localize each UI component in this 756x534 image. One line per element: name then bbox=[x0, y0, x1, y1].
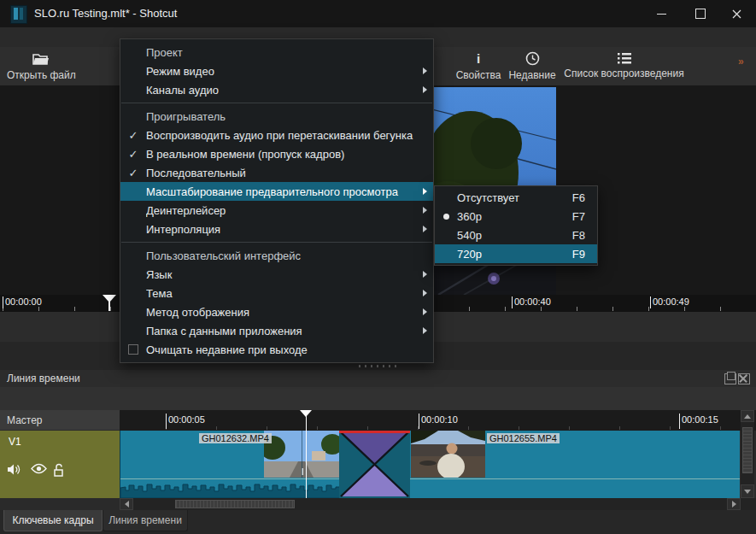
checkbox-unchecked-icon bbox=[128, 344, 138, 355]
check-icon: ✓ bbox=[120, 129, 146, 142]
submenu-arrow-icon bbox=[423, 226, 427, 232]
menu-separator bbox=[121, 103, 432, 103]
menu-item-deinterlacer[interactable]: Деинтерлейсер bbox=[120, 201, 433, 220]
transition-clip[interactable] bbox=[339, 431, 410, 498]
submenu-arrow-icon bbox=[423, 67, 427, 74]
menu-item-audio-channels[interactable]: Каналы аудио bbox=[120, 80, 433, 99]
check-icon: ✓ bbox=[120, 167, 146, 179]
hide-button[interactable] bbox=[31, 463, 48, 478]
properties-button[interactable]: i Свойства bbox=[448, 51, 508, 81]
track-name: V1 bbox=[9, 436, 21, 448]
timeline-ruler[interactable]: 00:00:05 00:00:10 00:00:15 bbox=[120, 410, 756, 431]
submenu-arrow-icon bbox=[423, 271, 427, 278]
ruler-label: 00:00:49 bbox=[653, 296, 689, 307]
timeline-panel-title: Линия времени bbox=[7, 373, 80, 384]
radio-selected-icon bbox=[443, 214, 449, 220]
clip-gh012655[interactable]: GH012655.MP4 bbox=[410, 431, 740, 498]
lock-open-icon bbox=[53, 463, 66, 477]
track-header-v1[interactable]: V1 bbox=[0, 431, 120, 498]
clip-label: GH012655.MP4 bbox=[487, 433, 560, 443]
maximize-button[interactable] bbox=[681, 0, 719, 27]
clip-label: GH012632.MP4 bbox=[199, 433, 272, 443]
mute-button[interactable] bbox=[7, 463, 24, 478]
scroll-down-button[interactable] bbox=[741, 484, 754, 498]
menu-section-player: Проигрыватель bbox=[120, 107, 433, 126]
shortcut-label: F9 bbox=[572, 248, 585, 261]
vertical-scrollbar-thumb[interactable] bbox=[742, 427, 753, 473]
menu-item-display-method[interactable]: Метод отображения bbox=[120, 302, 433, 321]
submenu-arrow-icon bbox=[423, 290, 427, 296]
timeline-ruler-label: 00:00:10 bbox=[421, 414, 458, 425]
menu-section-user-interface: Пользовательский интерфейс bbox=[120, 246, 433, 265]
eye-icon bbox=[31, 463, 47, 474]
menu-item-language[interactable]: Язык bbox=[120, 265, 433, 284]
playlist-button[interactable]: Список воспроизведения bbox=[562, 51, 686, 79]
submenu-arrow-icon bbox=[423, 207, 427, 214]
check-icon: ✓ bbox=[120, 148, 146, 161]
lock-button[interactable] bbox=[53, 463, 70, 478]
toolbar-overflow-button[interactable]: » bbox=[738, 56, 742, 67]
ruler-label: 00:00:00 bbox=[5, 296, 42, 307]
maximize-icon bbox=[695, 9, 706, 19]
arrow-right-icon bbox=[732, 501, 736, 508]
arrow-down-icon bbox=[744, 490, 751, 494]
float-panel-button[interactable] bbox=[724, 373, 736, 384]
submenu-item-none[interactable]: Отсутствует F6 bbox=[435, 188, 597, 207]
shotcut-window: SLO.ru Testing.mlt* - Shotcut Файл Правк… bbox=[0, 0, 756, 534]
minimize-button[interactable] bbox=[642, 0, 681, 27]
recent-button[interactable]: Недавние bbox=[506, 51, 559, 81]
preview-scaling-submenu: Отсутствует F6 360p F7 540p F8 720p F9 bbox=[434, 185, 598, 266]
info-icon: i bbox=[448, 51, 508, 66]
menu-item-interpolation[interactable]: Интерполяция bbox=[120, 220, 433, 238]
app-icon bbox=[10, 5, 27, 24]
timeline-playhead[interactable] bbox=[306, 410, 307, 498]
menu-item-clear-recent-on-exit[interactable]: Очищать недавние при выходе bbox=[120, 340, 433, 359]
menu-item-video-mode[interactable]: Режим видео bbox=[120, 62, 433, 80]
close-panel-button[interactable] bbox=[738, 373, 750, 384]
submenu-arrow-icon bbox=[423, 188, 427, 195]
scroll-left-button[interactable] bbox=[120, 498, 133, 510]
settings-menu: Проект Режим видео Каналы аудио Проигрыв… bbox=[120, 38, 434, 363]
ruler-label: 00:00:40 bbox=[514, 296, 551, 307]
playlist-icon bbox=[617, 51, 632, 65]
title-bar: SLO.ru Testing.mlt* - Shotcut bbox=[0, 0, 756, 27]
arrow-up-icon bbox=[744, 414, 751, 419]
panel-splitter-handle[interactable] bbox=[359, 365, 396, 367]
timeline-panel-header: Линия времени bbox=[0, 370, 756, 388]
master-track-header[interactable]: Мастер bbox=[0, 410, 120, 431]
menu-item-preview-scaling[interactable]: Масштабирование предварительного просмот… bbox=[120, 182, 433, 201]
timeline-ruler-label: 00:00:05 bbox=[168, 414, 205, 425]
menu-item-realtime[interactable]: ✓ В реальном времени (пропуск кадров) bbox=[120, 144, 433, 163]
scroll-up-button[interactable] bbox=[741, 410, 754, 422]
timeline-toolbar bbox=[0, 387, 756, 411]
tab-timeline[interactable]: Линия времени bbox=[103, 510, 188, 531]
shortcut-label: F7 bbox=[572, 210, 585, 223]
menu-separator bbox=[121, 242, 432, 243]
folder-open-icon bbox=[32, 51, 50, 66]
menu-item-progressive[interactable]: ✓ Последовательный bbox=[120, 163, 433, 182]
submenu-item-720p[interactable]: 720p F9 bbox=[435, 244, 597, 263]
scroll-right-button[interactable] bbox=[727, 498, 741, 510]
shortcut-label: F8 bbox=[572, 229, 585, 242]
submenu-arrow-icon bbox=[423, 327, 427, 334]
submenu-item-360p[interactable]: 360p F7 bbox=[435, 207, 597, 226]
tab-keyframes[interactable]: Ключевые кадры bbox=[3, 510, 103, 531]
timeline-ruler-label: 00:00:15 bbox=[682, 414, 718, 425]
window-title: SLO.ru Testing.mlt* - Shotcut bbox=[34, 7, 177, 20]
menu-section-project: Проект bbox=[120, 43, 433, 62]
close-button[interactable] bbox=[718, 0, 756, 27]
submenu-arrow-icon bbox=[423, 86, 427, 93]
menu-item-theme[interactable]: Тема bbox=[120, 284, 433, 302]
horizontal-scrollbar-thumb[interactable] bbox=[175, 500, 295, 508]
minimize-icon bbox=[657, 14, 666, 15]
bottom-tab-bar: Ключевые кадры Линия времени bbox=[0, 510, 756, 534]
menu-item-audio-scrubbing[interactable]: ✓ Воспроизводить аудио при перетаскивани… bbox=[120, 126, 433, 144]
arrow-left-icon bbox=[125, 501, 129, 508]
submenu-item-540p[interactable]: 540p F8 bbox=[435, 226, 597, 244]
open-file-button[interactable]: Открыть файл bbox=[7, 51, 75, 81]
speaker-icon bbox=[7, 463, 22, 476]
submenu-arrow-icon bbox=[423, 308, 427, 315]
menu-item-app-data-directory[interactable]: Папка с данными приложения bbox=[120, 321, 433, 340]
clock-icon bbox=[525, 51, 540, 66]
close-icon bbox=[732, 9, 741, 19]
